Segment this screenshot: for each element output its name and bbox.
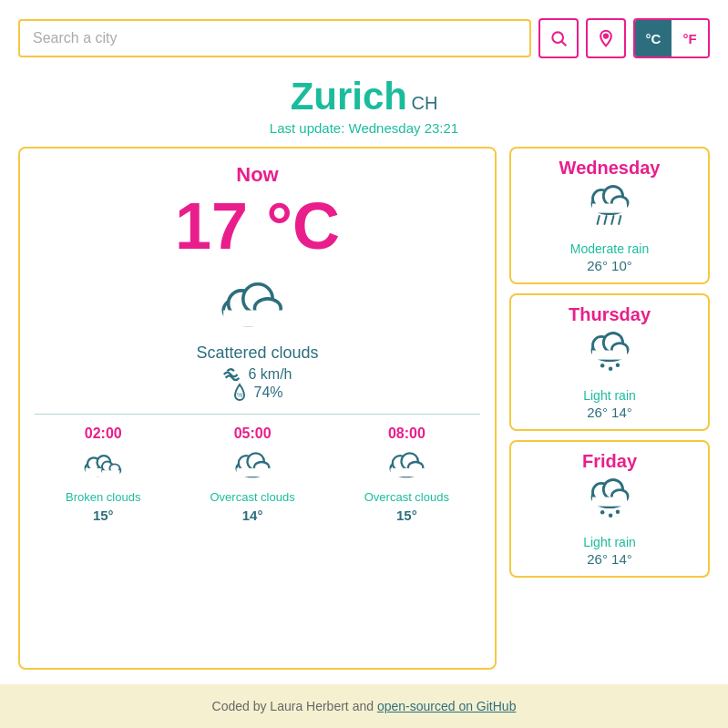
- svg-rect-21: [102, 470, 119, 477]
- divider: [35, 414, 480, 415]
- svg-rect-11: [223, 311, 292, 327]
- now-label: Now: [236, 163, 278, 187]
- forecast-day-name-1: Thursday: [569, 304, 651, 325]
- now-humidity: % 74%: [231, 383, 282, 403]
- svg-line-1: [562, 42, 567, 46]
- hour-temp-2: 15°: [396, 508, 417, 523]
- city-country: CH: [411, 93, 437, 113]
- location-button[interactable]: [586, 18, 626, 58]
- svg-line-39: [611, 216, 613, 224]
- hour-temp-0: 15°: [93, 508, 114, 523]
- now-description: Scattered clouds: [196, 343, 318, 363]
- forecast-day-icon-2: [584, 476, 635, 533]
- svg-text:%: %: [237, 392, 242, 398]
- forecast-day-name-0: Wednesday: [559, 158, 661, 179]
- celsius-button[interactable]: °C: [635, 20, 672, 56]
- hour-desc-2: Overcast clouds: [364, 490, 449, 504]
- svg-point-0: [552, 32, 563, 43]
- location-icon: [597, 29, 615, 47]
- github-link[interactable]: open-sourced on GitHub: [377, 699, 517, 713]
- svg-point-54: [600, 510, 604, 514]
- svg-line-38: [604, 216, 606, 224]
- now-humidity-value: 74%: [253, 385, 282, 401]
- unit-toggle: °C °F: [633, 18, 710, 58]
- last-update: Last update: Wednesday 23:21: [0, 120, 728, 147]
- svg-rect-36: [592, 204, 627, 213]
- wind-icon: [222, 366, 242, 383]
- hour-item-1: 05:00 Overcast clouds 14°: [210, 426, 294, 523]
- footer-text: Coded by Laura Herbert and: [212, 699, 377, 713]
- hour-temp-1: 14°: [242, 508, 263, 523]
- now-panel: Now 17 °C Scattered clouds: [18, 147, 497, 670]
- svg-point-55: [609, 513, 612, 517]
- hour-item-2: 08:00 Overcast clouds 15°: [364, 426, 449, 523]
- hour-icon-1: [231, 446, 273, 487]
- forecast-panel: Wednesday Moderate rain 26: [509, 147, 710, 670]
- hour-time-0: 02:00: [85, 426, 122, 442]
- forecast-day-icon-0: [584, 182, 635, 240]
- search-input[interactable]: [18, 19, 531, 57]
- header: °C °F: [0, 0, 728, 67]
- hourly-row: 02:00 Broken clouds: [35, 426, 480, 523]
- forecast-day-temps-1: 26° 14°: [587, 405, 632, 420]
- city-name: Zurich: [291, 75, 407, 118]
- now-weather-icon: [217, 266, 299, 340]
- hour-icon-2: [385, 446, 427, 487]
- hour-desc-0: Broken clouds: [66, 490, 140, 504]
- hour-item-0: 02:00 Broken clouds: [66, 426, 140, 523]
- svg-line-40: [619, 216, 620, 224]
- forecast-day-temps-2: 26° 14°: [587, 551, 632, 567]
- search-icon: [549, 29, 568, 47]
- forecast-day-desc-0: Moderate rain: [570, 241, 649, 256]
- humidity-icon: %: [231, 383, 248, 403]
- svg-point-48: [616, 364, 620, 367]
- fahrenheit-button[interactable]: °F: [672, 20, 708, 56]
- svg-point-46: [600, 364, 604, 367]
- forecast-day-name-2: Friday: [582, 451, 637, 472]
- forecast-day-2: Friday Light rain 26° 14°: [509, 440, 710, 578]
- forecast-day-0: Wednesday Moderate rain 26: [509, 147, 710, 284]
- svg-rect-26: [237, 468, 271, 477]
- hour-time-2: 08:00: [388, 426, 426, 442]
- svg-point-47: [609, 366, 612, 370]
- forecast-day-desc-2: Light rain: [583, 535, 636, 549]
- svg-point-2: [604, 34, 608, 37]
- svg-rect-31: [391, 468, 425, 477]
- hour-desc-1: Overcast clouds: [210, 490, 294, 504]
- forecast-day-desc-1: Light rain: [583, 388, 636, 403]
- forecast-day-temps-0: 26° 10°: [587, 258, 632, 273]
- svg-point-56: [616, 510, 620, 514]
- main-content: Now 17 °C Scattered clouds: [0, 147, 728, 670]
- svg-rect-45: [592, 351, 627, 360]
- now-temp: 17 °C: [175, 190, 340, 262]
- now-wind: 6 km/h: [222, 366, 292, 383]
- forecast-day-1: Thursday Light rain 26° 14°: [509, 293, 710, 431]
- city-title: Zurich CH: [0, 67, 728, 120]
- now-wind-value: 6 km/h: [248, 366, 292, 383]
- svg-rect-53: [592, 497, 627, 507]
- search-button[interactable]: [538, 18, 579, 58]
- hour-icon-0: [82, 446, 124, 487]
- footer: Coded by Laura Herbert and open-sourced …: [0, 684, 728, 728]
- hour-time-1: 05:00: [234, 426, 272, 442]
- svg-line-37: [598, 216, 600, 224]
- forecast-day-icon-1: [584, 329, 635, 386]
